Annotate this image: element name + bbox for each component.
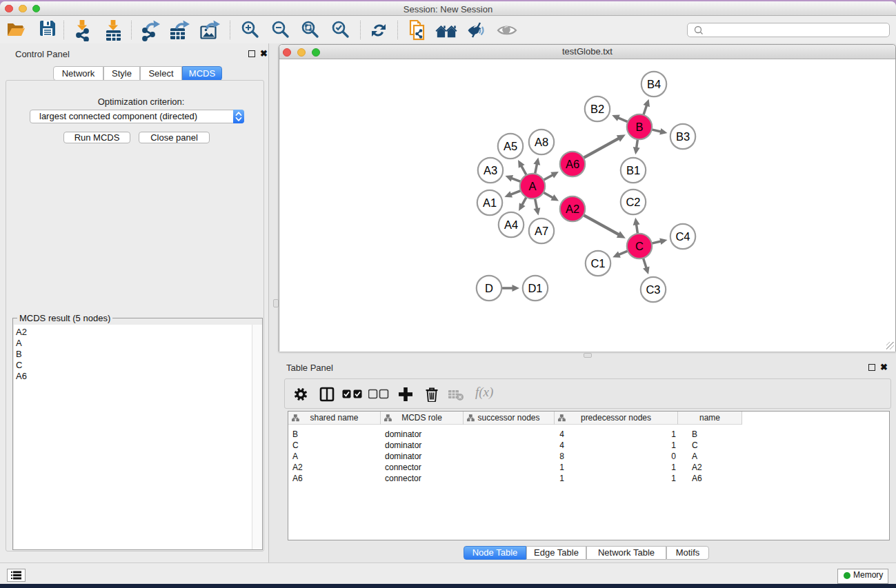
svg-text:B1: B1: [626, 164, 640, 176]
svg-text:D: D: [485, 282, 493, 294]
svg-text:A2: A2: [566, 203, 579, 215]
svg-text:A: A: [528, 180, 536, 192]
svg-text:A7: A7: [535, 225, 548, 237]
svg-text:A3: A3: [484, 164, 497, 176]
svg-text:C1: C1: [590, 257, 605, 270]
svg-text:C3: C3: [646, 283, 660, 296]
svg-text:C4: C4: [675, 230, 690, 243]
svg-text:B: B: [635, 121, 643, 133]
svg-text:A6: A6: [566, 158, 579, 170]
svg-text:A4: A4: [504, 219, 518, 231]
svg-text:C2: C2: [626, 196, 640, 208]
svg-text:B4: B4: [647, 78, 661, 90]
svg-text:B3: B3: [676, 130, 690, 143]
svg-text:A8: A8: [535, 136, 548, 148]
svg-text:B2: B2: [590, 103, 604, 115]
svg-text:C: C: [635, 240, 644, 252]
svg-text:A1: A1: [483, 196, 497, 209]
svg-text:D1: D1: [528, 282, 542, 294]
svg-text:A5: A5: [504, 140, 517, 152]
